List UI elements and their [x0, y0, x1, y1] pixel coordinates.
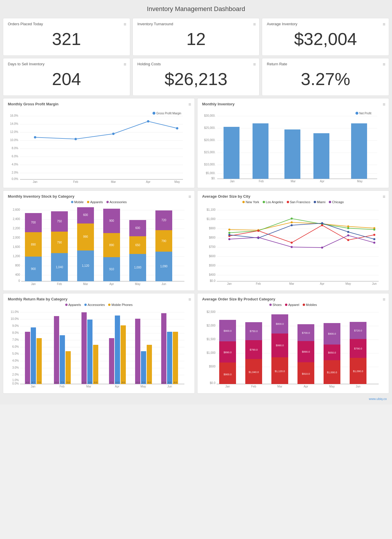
svg-text:Apr: Apr — [304, 385, 308, 388]
return-svg: 11.0% 10.0% 9.0% 8.0% 7.0% 6.0% 5.0% 4.0… — [8, 308, 190, 389]
svg-text:$700: $700 — [209, 245, 216, 248]
svg-rect-219 — [141, 351, 146, 384]
svg-point-153 — [257, 230, 259, 232]
kpi-orders-placed: Orders Placed Today ≡ 321 — [3, 18, 130, 56]
svg-text:Feb: Feb — [59, 385, 65, 388]
svg-text:9.0%: 9.0% — [12, 324, 19, 327]
svg-point-164 — [228, 238, 231, 240]
svg-text:Mar: Mar — [291, 180, 296, 183]
svg-text:$990.0: $990.0 — [276, 344, 284, 347]
chart-city-menu[interactable]: ≡ — [383, 194, 385, 199]
svg-rect-217 — [135, 319, 140, 384]
svg-text:$1,040.0: $1,040.0 — [248, 371, 259, 374]
svg-text:800: 800 — [15, 264, 20, 267]
svg-text:890: 890 — [109, 244, 114, 247]
svg-text:May: May — [329, 385, 335, 388]
chart-inv-stock-menu[interactable]: ≡ — [188, 194, 191, 199]
svg-text:14.0%: 14.0% — [10, 122, 18, 125]
svg-rect-211 — [109, 338, 114, 384]
svg-point-26 — [147, 120, 149, 122]
svg-text:Apr: Apr — [320, 180, 324, 183]
kpi-turnaround-value: 12 — [137, 29, 255, 49]
legend-accessories: Accessories — [106, 200, 127, 204]
chart-product-menu[interactable]: ≡ — [383, 297, 385, 302]
svg-point-23 — [34, 136, 36, 138]
chart-order-product: Average Order Size By Product Category ≡… — [197, 293, 389, 394]
kpi-row-1: Orders Placed Today ≡ 321 Inventory Turn… — [3, 18, 389, 56]
kpi-orders-menu[interactable]: ≡ — [124, 22, 126, 27]
svg-text:5.0: 5.0 — [66, 381, 70, 384]
dashboard: Inventory Management Dashboard Orders Pl… — [0, 0, 392, 405]
svg-text:$1,000: $1,000 — [206, 351, 215, 354]
kpi-turnaround-menu[interactable]: ≡ — [253, 22, 256, 27]
svg-text:$5,000.: $5,000. — [206, 172, 215, 175]
svg-text:$10,000.: $10,000. — [204, 163, 215, 166]
svg-text:2,600: 2,600 — [13, 208, 20, 211]
svg-text:$500: $500 — [209, 365, 216, 368]
svg-point-162 — [347, 231, 349, 233]
legend-shoes: Shoes — [269, 303, 282, 307]
svg-rect-201 — [60, 335, 65, 384]
svg-point-150 — [347, 227, 349, 229]
svg-text:1,040: 1,040 — [56, 266, 63, 269]
svg-rect-223 — [161, 313, 166, 384]
chart-gross-profit: Monthly Gross Profit Margin ≡ 16.0% 14.0… — [3, 98, 195, 188]
svg-text:May: May — [175, 180, 180, 183]
svg-text:8.0: 8.0 — [168, 381, 171, 384]
svg-text:8.0: 8.0 — [174, 381, 177, 384]
svg-text:$900.0: $900.0 — [224, 373, 232, 376]
chart-return-menu[interactable]: ≡ — [188, 297, 191, 302]
svg-text:650: 650 — [135, 244, 140, 247]
svg-text:$500: $500 — [209, 264, 216, 267]
svg-text:1,090: 1,090 — [160, 265, 167, 268]
return-legend: Apparels Accessories Mobile Phones — [8, 303, 190, 307]
kpi-days-value: 204 — [8, 69, 125, 89]
svg-text:790: 790 — [161, 239, 166, 243]
svg-text:Mar: Mar — [277, 385, 282, 388]
svg-text:4.0%: 4.0% — [12, 163, 18, 166]
svg-text:0.0%: 0.0% — [12, 177, 18, 181]
svg-rect-209 — [93, 345, 98, 384]
chart-row-1: Monthly Gross Profit Margin ≡ 16.0% 14.0… — [3, 98, 389, 188]
kpi-avg-inv-menu[interactable]: ≡ — [383, 22, 385, 27]
kpi-inventory-turnaround: Inventory Turnaround ≡ 12 — [133, 18, 260, 56]
svg-text:890: 890 — [31, 243, 36, 246]
svg-text:Apr: Apr — [115, 385, 119, 388]
svg-text:$1,000: $1,000 — [206, 217, 215, 221]
svg-point-167 — [321, 247, 323, 249]
chart-gross-profit-menu[interactable]: ≡ — [188, 102, 191, 107]
chart-row-2: Monthly Inventory Stock by Category ≡ Mo… — [3, 190, 389, 291]
kpi-holding-costs: Holding Costs ≡ $26,213 — [133, 58, 260, 96]
svg-rect-203 — [66, 351, 71, 384]
svg-text:May: May — [346, 282, 351, 285]
svg-text:$2,500: $2,500 — [206, 310, 215, 313]
inventory-stock-legend: Mobile Apparels Accessories — [8, 200, 190, 204]
kpi-holding-title: Holding Costs — [137, 62, 255, 66]
svg-text:$900.0: $900.0 — [224, 329, 232, 332]
svg-text:3.0%: 3.0% — [12, 366, 19, 369]
chart-monthly-inventory: Monthly Inventory ≡ $30,000. $25,000. $2… — [197, 98, 389, 188]
chart-monthly-inv-menu[interactable]: ≡ — [383, 102, 385, 107]
svg-text:Jun: Jun — [372, 282, 377, 285]
svg-text:Feb: Feb — [73, 180, 78, 183]
svg-point-27 — [176, 127, 178, 129]
kpi-holding-menu[interactable]: ≡ — [253, 62, 256, 67]
svg-point-25 — [112, 133, 115, 135]
kpi-days-title: Days to Sell Inventory — [8, 62, 125, 66]
svg-text:10.4: 10.4 — [54, 381, 59, 384]
kpi-days-menu[interactable]: ≡ — [124, 62, 126, 67]
svg-text:8.0%: 8.0% — [12, 331, 19, 334]
chart-city-title: Average Order Size by City — [202, 194, 384, 199]
svg-text:$1,100: $1,100 — [206, 208, 215, 211]
svg-text:$1,120.0: $1,120.0 — [275, 370, 285, 373]
svg-text:1,000: 1,000 — [134, 266, 141, 269]
svg-text:5.0%: 5.0% — [12, 352, 19, 355]
svg-text:Jan: Jan — [230, 180, 235, 183]
svg-text:6.0%: 6.0% — [12, 155, 18, 158]
kpi-return-menu[interactable]: ≡ — [383, 62, 385, 67]
kpi-average-inventory: Average Inventory ≡ $32,004 — [262, 18, 389, 56]
svg-text:790: 790 — [57, 241, 62, 244]
svg-text:1,120: 1,120 — [82, 264, 89, 267]
svg-text:Feb: Feb — [251, 385, 256, 388]
svg-point-163 — [373, 238, 375, 240]
